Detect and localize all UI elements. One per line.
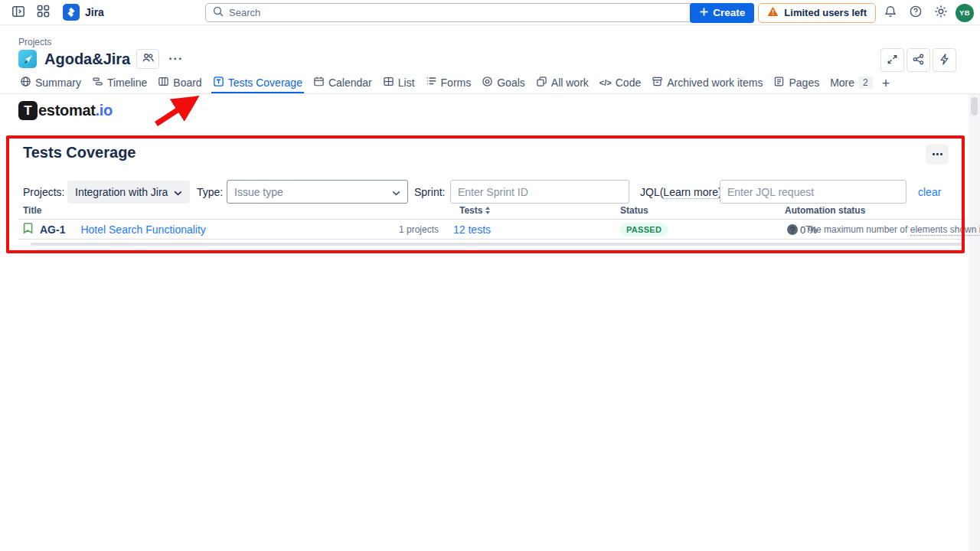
people-icon (142, 51, 155, 67)
create-button-label: Create (713, 7, 745, 18)
project-header: Agoda&Jira ··· (18, 49, 186, 69)
projects-dropdown-value: Integration with Jira (75, 186, 168, 198)
jira-logo-icon (63, 4, 80, 21)
tab-timeline[interactable]: Timeline (90, 73, 149, 93)
tab-pages[interactable]: Pages (772, 73, 821, 93)
pages-icon (773, 76, 785, 90)
testomat-logo[interactable]: T estomat .io (18, 101, 113, 120)
chevron-down-icon (392, 185, 400, 199)
app-name-label: Jira (85, 6, 104, 18)
more-label: More (830, 77, 854, 89)
goals-icon (482, 76, 493, 90)
create-button[interactable]: Create (690, 3, 754, 23)
calendar-icon (313, 76, 325, 90)
projects-dropdown[interactable]: Integration with Jira (67, 181, 190, 204)
jql-filter-label: JQL(Learn more): (640, 181, 725, 204)
automation-button[interactable] (933, 48, 956, 72)
topbar-actions: Create Limited users left (690, 0, 974, 25)
settings-button[interactable] (930, 3, 952, 23)
table-row: AG-1 Hotel Search Functionality 1 projec… (18, 220, 966, 240)
project-more-button[interactable]: ··· (165, 52, 186, 66)
testomat-logo-name: estomat (38, 102, 96, 119)
projects-count-label: 1 projects (399, 224, 439, 235)
tab-label: Code (616, 77, 641, 89)
share-icon (912, 53, 925, 68)
expand-icon (886, 53, 899, 68)
footnote-underlined: elements shown is 100 (910, 224, 980, 236)
tab-calendar[interactable]: Calendar (312, 73, 374, 93)
table-footnote: The maximum number of elements shown is … (805, 224, 980, 235)
notifications-button[interactable] (880, 3, 901, 23)
column-header-title[interactable]: Title (23, 205, 41, 216)
issue-key[interactable]: AG-1 (40, 223, 65, 236)
tab-board[interactable]: Board (156, 73, 203, 93)
scrollbar-thumb[interactable] (971, 97, 978, 116)
footnote-prefix: The maximum number of (805, 224, 910, 235)
tab-summary[interactable]: Summary (18, 73, 83, 93)
question-circle-icon (909, 5, 923, 21)
search-input[interactable] (229, 7, 690, 18)
ellipsis-icon (933, 153, 942, 155)
projects-count-cell: 1 projects (354, 220, 439, 240)
status-badge: PASSED (620, 223, 668, 236)
tab-label: Board (173, 77, 201, 89)
app-switcher-button[interactable] (32, 2, 54, 22)
tab-label: Timeline (107, 77, 147, 89)
horizontal-scrollbar[interactable] (31, 243, 963, 246)
user-avatar[interactable]: YB (956, 4, 974, 22)
tab-more[interactable]: More 2 (828, 73, 874, 93)
archive-icon (652, 76, 663, 90)
app-grid-icon (37, 5, 50, 20)
tab-code[interactable]: </> Code (598, 73, 642, 93)
testomat-logo-suffix: .io (96, 102, 113, 119)
tab-all-work[interactable]: All work (534, 73, 590, 93)
jql-learn-more-link[interactable]: Learn more (663, 186, 718, 199)
breadcrumb[interactable]: Projects (18, 37, 51, 47)
jira-home-link[interactable]: Jira (63, 4, 104, 21)
status-cell: PASSED (620, 220, 668, 240)
jql-input[interactable] (720, 180, 906, 204)
tab-forms[interactable]: Forms (424, 73, 473, 93)
question-circle-icon[interactable]: ? (787, 224, 798, 235)
help-button[interactable] (905, 3, 926, 23)
testomat-logo-icon: T (18, 101, 38, 120)
vertical-scrollbar[interactable] (969, 94, 980, 551)
tab-tests-coverage[interactable]: Tests Coverage (211, 73, 304, 93)
column-header-status[interactable]: Status (620, 205, 648, 216)
project-tabbar: Summary Timeline Board (0, 73, 980, 94)
add-tab-button[interactable]: + (882, 76, 893, 93)
tests-count-link[interactable]: 12 tests (453, 223, 491, 236)
sidebar-toggle-button[interactable] (8, 2, 29, 22)
tab-label: Pages (789, 77, 819, 89)
list-icon (383, 76, 394, 90)
fullscreen-button[interactable] (880, 48, 904, 72)
panel-more-button[interactable] (926, 144, 949, 165)
sort-icon[interactable] (485, 207, 490, 214)
tab-label: Calendar (328, 77, 372, 89)
plus-icon (699, 7, 709, 19)
sprint-input[interactable] (450, 180, 629, 204)
issue-title-link[interactable]: Hotel Search Functionality (80, 223, 205, 236)
projects-filter-label: Projects: (23, 181, 64, 204)
limited-users-button[interactable]: Limited users left (758, 3, 876, 23)
globe-icon (20, 76, 31, 90)
project-members-button[interactable] (136, 49, 159, 69)
automation-value: 0 % (800, 224, 817, 236)
bell-icon (884, 5, 897, 21)
tab-goals[interactable]: Goals (480, 73, 527, 93)
column-header-tests[interactable]: Tests (459, 205, 490, 216)
project-avatar (18, 50, 37, 68)
all-work-icon (536, 76, 547, 90)
tab-list[interactable]: List (381, 73, 416, 93)
code-icon: </> (599, 78, 612, 87)
more-count-badge: 2 (858, 77, 873, 89)
clear-filters-link[interactable]: clear (918, 181, 941, 204)
issue-type-select[interactable]: Issue type (227, 180, 408, 204)
tab-archived-work-items[interactable]: Archived work items (650, 73, 764, 93)
search-icon (212, 5, 224, 21)
share-button[interactable] (906, 48, 930, 72)
global-search[interactable] (205, 3, 697, 22)
column-header-automation-status[interactable]: Automation status (785, 205, 865, 216)
top-navigation-bar: Jira Create (0, 0, 980, 25)
view-actions (880, 48, 956, 72)
